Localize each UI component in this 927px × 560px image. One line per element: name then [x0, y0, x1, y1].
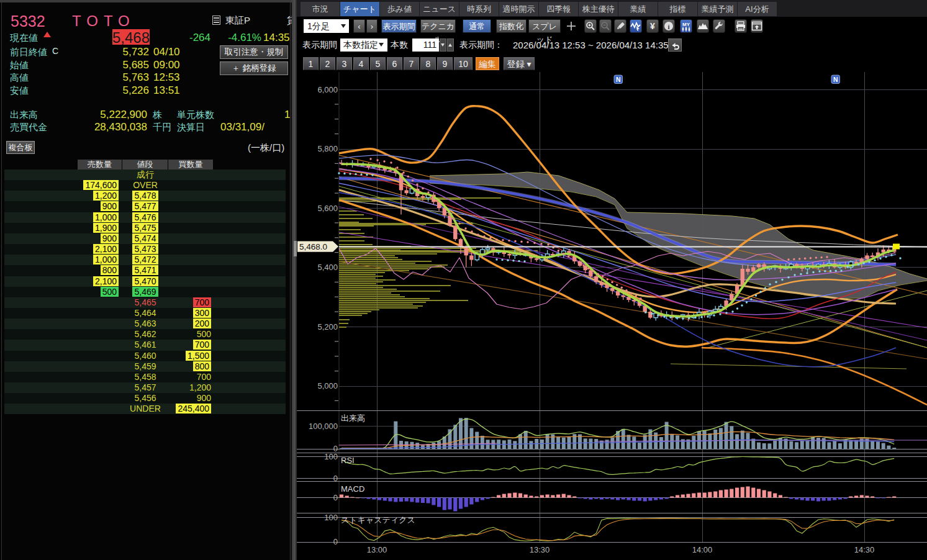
svg-text:i: i: [667, 23, 669, 30]
svg-text:MY: MY: [682, 22, 690, 27]
svg-text:100,000: 100,000: [309, 422, 338, 431]
svg-text:0: 0: [333, 537, 338, 546]
svg-text:MACD: MACD: [341, 484, 364, 494]
svg-text:N: N: [833, 76, 838, 83]
svg-text:5,200: 5,200: [317, 322, 338, 332]
svg-text:5,600: 5,600: [317, 204, 338, 213]
svg-text:5,800: 5,800: [317, 144, 338, 153]
svg-text:出来高: 出来高: [341, 413, 365, 423]
svg-text:6,000: 6,000: [317, 85, 338, 94]
svg-text:14:00: 14:00: [692, 545, 713, 554]
svg-text:13:30: 13:30: [530, 545, 550, 554]
svg-text:¥: ¥: [650, 21, 655, 31]
svg-text:5,400: 5,400: [317, 263, 338, 272]
svg-text:13:00: 13:00: [367, 545, 387, 554]
svg-text:14:30: 14:30: [854, 545, 875, 554]
svg-text:100: 100: [324, 452, 338, 461]
svg-text:0: 0: [333, 493, 338, 502]
svg-text:5,000: 5,000: [317, 381, 338, 391]
svg-text:RSI: RSI: [341, 456, 355, 465]
svg-text:N: N: [616, 76, 621, 83]
svg-text:5,468.0: 5,468.0: [299, 242, 327, 251]
svg-text:ストキャスティクス: ストキャスティクス: [341, 515, 415, 525]
svg-text:0: 0: [333, 474, 338, 483]
svg-text:100: 100: [324, 513, 338, 522]
